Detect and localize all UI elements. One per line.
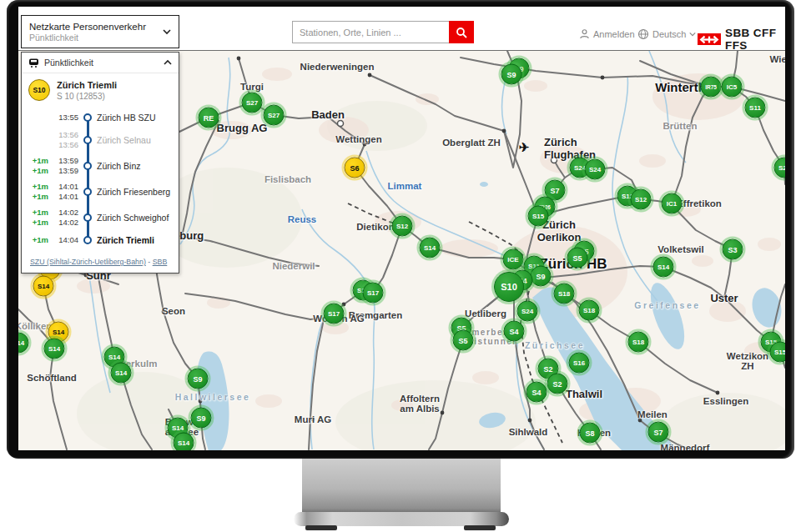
search-button[interactable]	[449, 21, 474, 43]
train-marker-s24[interactable]: S24	[517, 301, 538, 322]
chevron-down-icon	[689, 31, 696, 38]
stop-node	[83, 236, 92, 244]
train-marker-ice[interactable]: ICE	[503, 249, 524, 270]
desktop-mockup: { "header": { "dropdown": { "title": "Ne…	[0, 0, 801, 532]
train-marker-s14[interactable]: S14	[653, 257, 674, 278]
train-marker-ic1[interactable]: IC1	[662, 193, 683, 214]
stop-node	[83, 188, 92, 196]
train-marker-s18[interactable]: S18	[628, 332, 649, 353]
train-marker-s27[interactable]: S27	[264, 105, 285, 126]
train-marker-s14[interactable]: S14	[111, 363, 132, 384]
train-icon	[28, 58, 39, 68]
layer-dropdown-title: Netzkarte Personenverkehr	[29, 21, 163, 33]
stop-node	[83, 113, 92, 122]
sbb-logo-text: SBB CFF FFS	[725, 27, 785, 52]
stop-node	[83, 136, 92, 144]
panel-title: Pünktlichkeit	[44, 58, 164, 68]
sbb-logo[interactable]: SBB CFF FFS	[698, 27, 785, 52]
train-marker-s14[interactable]: S14	[420, 238, 441, 258]
line-badge: S10	[28, 79, 50, 101]
train-marker-re[interactable]: RE	[199, 108, 219, 128]
search-bar	[292, 21, 474, 43]
chevron-up-icon	[164, 58, 172, 67]
panel-footer: SZU (Sihltal-Zürich-Uetliberg-Bahn) - SB…	[22, 251, 179, 273]
stop-node	[83, 213, 92, 222]
train-marker-s24[interactable]: S24	[585, 159, 606, 180]
train-marker-s4[interactable]: S4	[526, 382, 547, 403]
footer-link[interactable]: SBB	[153, 258, 168, 266]
language-selector[interactable]: Deutsch	[637, 28, 696, 40]
train-marker-s7[interactable]: S7	[648, 422, 669, 443]
train-marker-s3[interactable]: S3	[723, 239, 743, 260]
train-marker-s9[interactable]: S9	[191, 408, 212, 429]
sbb-flag-icon	[698, 33, 721, 45]
train-marker-s9[interactable]: S9	[188, 369, 209, 389]
train-marker-s14[interactable]: S14	[44, 339, 65, 359]
login-label: Anmelden	[593, 29, 635, 39]
train-marker-s12[interactable]: S12	[631, 189, 652, 210]
train-marker-ic5[interactable]: IC5	[722, 77, 743, 98]
chevron-down-icon	[163, 28, 171, 36]
train-marker-s12[interactable]: S12	[392, 216, 413, 237]
train-marker-s16[interactable]: S16	[569, 353, 590, 374]
screen: NiederweningenTurgiBadenBrugg AGWettinge…	[18, 7, 785, 450]
monitor-foot-right	[464, 525, 496, 530]
stop-row[interactable]: 13:5613:56Zürich Selnau	[22, 127, 179, 153]
stop-name: Zürich Schweighof	[93, 213, 179, 223]
search-icon	[456, 27, 467, 38]
layer-dropdown[interactable]: Netzkarte Personenverkehr Pünktlichkeit	[21, 15, 179, 48]
login-link[interactable]: Anmelden	[579, 28, 635, 39]
globe-icon	[637, 28, 649, 40]
train-marker-s2[interactable]: S2	[547, 374, 568, 394]
user-icon	[579, 28, 590, 39]
stop-row[interactable]: +1m+1m14:0214:02Zürich Schweighof	[22, 204, 179, 230]
train-marker-s15[interactable]: S15	[528, 206, 549, 227]
stops-list: 13:55Zürich HB SZU 13:5613:56Zürich Seln…	[22, 104, 179, 251]
train-marker-s17[interactable]: S17	[363, 283, 384, 304]
panel-header[interactable]: Pünktlichkeit	[22, 53, 179, 73]
train-marker-s14[interactable]: S14	[33, 276, 54, 297]
route-header: S10 Zürich Triemli S 10 (12853)	[22, 73, 179, 104]
stop-row[interactable]: +1m14:04Zürich Triemli	[22, 230, 179, 249]
stop-name: Zürich Triemli	[93, 235, 179, 245]
train-marker-s18[interactable]: S18	[554, 284, 575, 304]
stop-node	[83, 162, 92, 170]
train-marker-s9[interactable]: S9	[531, 266, 552, 287]
train-marker-s5[interactable]: S5	[453, 330, 474, 351]
train-marker-s15[interactable]: S15	[770, 342, 786, 363]
train-marker-s8[interactable]: S8	[580, 423, 601, 444]
punctuality-panel: Pünktlichkeit S10 Zürich Triemli S 10 (1…	[21, 52, 179, 274]
monitor-stand-neck	[302, 457, 501, 515]
train-marker-ir75[interactable]: IR75	[701, 77, 722, 98]
stop-row[interactable]: +1m+1m13:5913:59Zürich Binz	[22, 153, 179, 178]
layer-dropdown-subtitle: Pünktlichkeit	[29, 33, 163, 43]
train-marker-s17[interactable]: S17	[324, 304, 345, 324]
train-marker-s10[interactable]: S10	[494, 272, 524, 302]
monitor-bezel: NiederweningenTurgiBadenBrugg AGWettinge…	[7, 0, 794, 459]
stop-name: Zürich Selnau	[93, 135, 179, 145]
train-marker-s6[interactable]: S6	[345, 158, 365, 178]
stop-name: Zürich Binz	[93, 161, 179, 171]
monitor-foot-left	[305, 525, 337, 530]
train-marker-s9[interactable]: S9	[501, 64, 522, 85]
monitor-stand-base	[294, 512, 509, 526]
stop-row[interactable]: +1m+1m14:0114:01Zürich Friesenberg	[22, 178, 179, 204]
train-marker-s11[interactable]: S11	[745, 98, 766, 118]
train-marker-s18[interactable]: S18	[579, 300, 600, 321]
train-marker-s5[interactable]: S5	[567, 248, 588, 269]
language-label: Deutsch	[652, 29, 686, 39]
train-marker-s27[interactable]: S27	[242, 93, 263, 113]
stop-name: Zürich HB SZU	[93, 113, 179, 123]
stop-name: Zürich Friesenberg	[93, 187, 179, 197]
train-marker-s4[interactable]: S4	[504, 321, 525, 342]
route-destination: Zürich Triemli	[57, 80, 117, 90]
footer-link[interactable]: SZU (Sihltal-Zürich-Uetliberg-Bahn)	[30, 258, 146, 266]
search-input[interactable]	[292, 21, 449, 43]
stop-row[interactable]: 13:55Zürich HB SZU	[22, 108, 179, 127]
top-bar: Netzkarte Personenverkehr Pünktlichkeit	[18, 7, 785, 50]
route-line-info: S 10 (12853)	[57, 92, 117, 101]
train-marker-s14[interactable]: S14	[174, 433, 194, 451]
